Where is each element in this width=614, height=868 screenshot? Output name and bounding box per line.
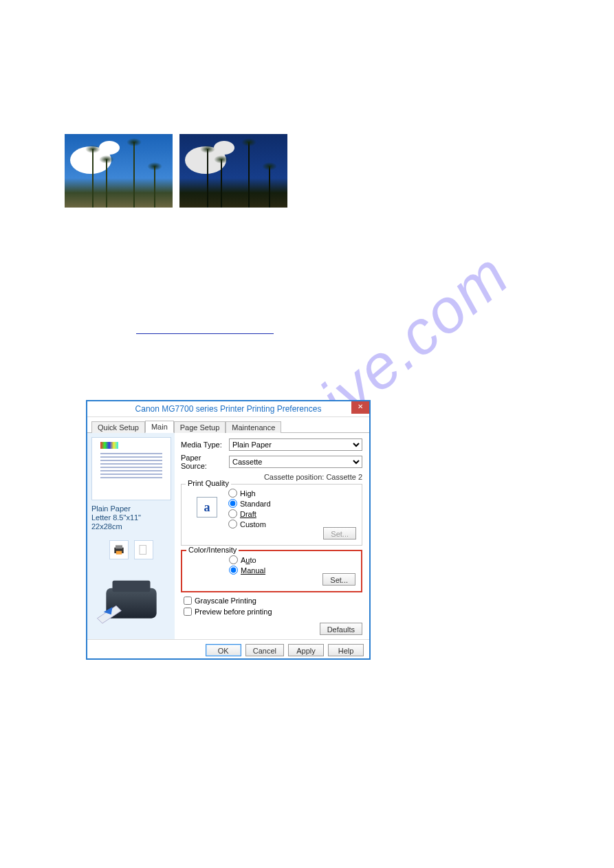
color-manual-radio[interactable]: Manual bbox=[229, 566, 355, 575]
sample-images-row bbox=[65, 134, 287, 208]
preview-mode-printer-icon[interactable] bbox=[109, 540, 129, 559]
color-auto-label: Auto bbox=[241, 556, 256, 564]
quality-sample-icon: a bbox=[197, 497, 217, 518]
print-quality-group: Print Quality a High Standard Draft bbox=[181, 484, 362, 546]
cancel-button[interactable]: Cancel bbox=[245, 644, 284, 656]
sample-image-normal bbox=[65, 134, 173, 208]
quality-custom-radio[interactable]: Custom bbox=[228, 520, 356, 528]
paper-info: Plain Paper Letter 8.5"x11" 22x28cm bbox=[91, 504, 171, 532]
svg-rect-1 bbox=[116, 545, 122, 548]
close-button[interactable]: ✕ bbox=[351, 401, 369, 414]
preview-pane: Plain Paper Letter 8.5"x11" 22x28cm bbox=[87, 433, 175, 639]
paper-type-label: Plain Paper bbox=[91, 504, 171, 513]
tab-page-setup[interactable]: Page Setup bbox=[174, 421, 226, 433]
printing-preferences-dialog: Canon MG7700 series Printer Printing Pre… bbox=[86, 400, 371, 660]
quality-standard-label: Standard bbox=[240, 500, 271, 508]
quality-high-radio[interactable]: High bbox=[228, 489, 356, 498]
dialog-tabs: Quick Setup Main Page Setup Maintenance bbox=[87, 417, 369, 433]
page-preview bbox=[91, 437, 171, 500]
color-intensity-group: Color/Intensity Auto Manual Set... bbox=[181, 550, 362, 592]
preview-mode-page-icon[interactable] bbox=[134, 540, 153, 559]
quality-draft-radio[interactable]: Draft bbox=[228, 509, 356, 518]
media-type-select[interactable]: Plain Paper bbox=[229, 438, 362, 451]
help-button[interactable]: Help bbox=[328, 644, 364, 656]
svg-rect-3 bbox=[140, 545, 146, 554]
grayscale-label: Grayscale Printing bbox=[195, 597, 256, 605]
svg-rect-2 bbox=[116, 550, 121, 554]
dialog-titlebar: Canon MG7700 series Printer Printing Pre… bbox=[87, 401, 369, 417]
quality-standard-radio[interactable]: Standard bbox=[228, 499, 356, 508]
svg-rect-5 bbox=[112, 580, 150, 592]
document-page: manualshive.com Canon MG7700 series Prin… bbox=[0, 0, 614, 868]
color-manual-label: Manual bbox=[241, 566, 265, 575]
color-set-button[interactable]: Set... bbox=[322, 573, 355, 586]
tab-maintenance[interactable]: Maintenance bbox=[226, 421, 281, 433]
media-type-label: Media Type: bbox=[181, 441, 229, 449]
preview-before-checkbox[interactable]: Preview before printing bbox=[184, 608, 362, 616]
paper-size-label: Letter 8.5"x11" 22x28cm bbox=[91, 513, 171, 531]
printer-illustration bbox=[91, 569, 171, 634]
settings-pane: Media Type: Plain Paper Paper Source: Ca… bbox=[175, 433, 369, 639]
grayscale-checkbox[interactable]: Grayscale Printing bbox=[184, 597, 362, 605]
sample-image-dark bbox=[179, 134, 287, 208]
quality-high-label: High bbox=[240, 489, 256, 498]
color-auto-radio[interactable]: Auto bbox=[229, 555, 355, 564]
apply-button[interactable]: Apply bbox=[288, 644, 324, 656]
document-link[interactable] bbox=[136, 324, 274, 334]
defaults-button[interactable]: Defaults bbox=[320, 623, 362, 635]
print-quality-title: Print Quality bbox=[186, 479, 231, 487]
paper-source-label: Paper Source: bbox=[181, 454, 229, 470]
quality-custom-label: Custom bbox=[240, 520, 266, 528]
close-icon: ✕ bbox=[358, 403, 363, 410]
quality-draft-label: Draft bbox=[240, 510, 256, 518]
preview-before-label: Preview before printing bbox=[195, 608, 272, 616]
document-link-area bbox=[136, 324, 274, 336]
dialog-body: Plain Paper Letter 8.5"x11" 22x28cm bbox=[87, 433, 369, 639]
dialog-title: Canon MG7700 series Printer Printing Pre… bbox=[135, 404, 322, 414]
quality-set-button[interactable]: Set... bbox=[323, 527, 356, 539]
tab-quick-setup[interactable]: Quick Setup bbox=[91, 421, 145, 433]
tab-main[interactable]: Main bbox=[145, 421, 174, 433]
paper-source-select[interactable]: Cassette bbox=[229, 456, 362, 468]
dialog-footer: OK Cancel Apply Help bbox=[87, 639, 369, 660]
color-intensity-title: Color/Intensity bbox=[186, 546, 239, 554]
ok-button[interactable]: OK bbox=[206, 644, 241, 656]
